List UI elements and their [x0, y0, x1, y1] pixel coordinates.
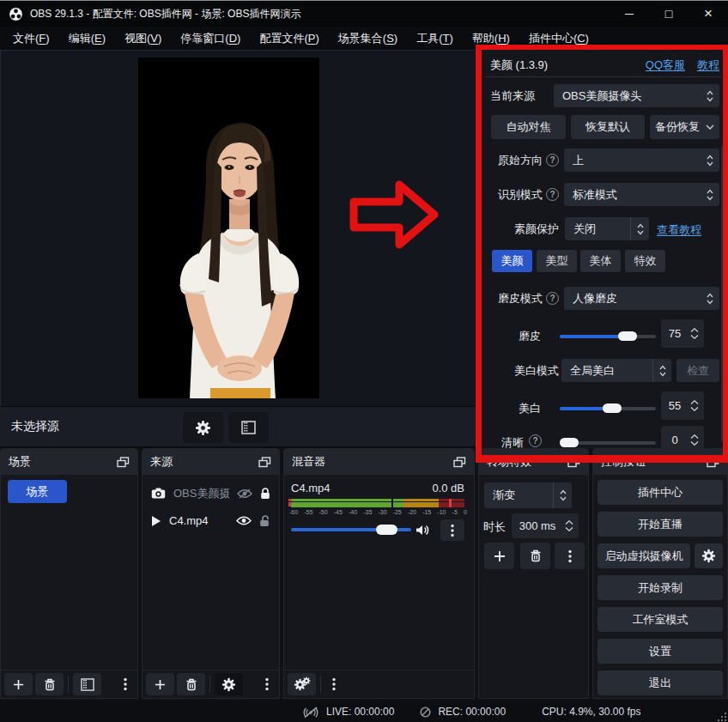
restore-default-button[interactable]: 恢复默认 — [571, 115, 645, 139]
popout-icon[interactable] — [258, 457, 271, 468]
bare-face-select[interactable]: 关闭 — [565, 217, 649, 240]
video-source-preview[interactable] — [138, 58, 319, 398]
help-icon[interactable]: ? — [529, 434, 542, 447]
menu-docks[interactable]: 停靠窗口(D) — [171, 27, 250, 50]
source-properties-button[interactable] — [215, 673, 243, 695]
preview-canvas — [0, 50, 478, 406]
scene-item[interactable]: 场景 — [8, 480, 67, 503]
qq-support-link[interactable]: QQ客服 — [646, 58, 685, 73]
remove-transition-button[interactable] — [520, 543, 550, 569]
detect-mode-select[interactable]: 标准模式 — [564, 183, 719, 206]
volume-slider[interactable] — [291, 525, 411, 535]
check-button[interactable]: 检查 — [676, 359, 719, 382]
caret-up-icon[interactable] — [690, 328, 699, 332]
transition-select[interactable]: 渐变 — [484, 482, 572, 508]
caret-down-icon[interactable] — [690, 441, 699, 446]
autofocus-button[interactable]: 自动对焦 — [491, 115, 566, 139]
source-row-media[interactable]: C4.mp4 — [143, 509, 279, 532]
caret-up-icon[interactable] — [690, 400, 699, 404]
clarity-slider[interactable] — [560, 438, 656, 447]
menu-profile[interactable]: 配置文件(P) — [250, 27, 328, 50]
source-filters-button[interactable] — [228, 412, 269, 443]
whiten-value-stepper[interactable]: 55 — [661, 391, 704, 420]
caret-up-icon[interactable] — [565, 520, 573, 525]
tab-reshape[interactable]: 美型 — [537, 250, 577, 272]
chevron-updown-icon — [701, 189, 719, 201]
orientation-select[interactable]: 上 — [564, 149, 719, 172]
whiten-mode-select[interactable]: 全局美白 — [561, 359, 671, 382]
plugin-center-button[interactable]: 插件中心 — [598, 480, 723, 505]
popout-icon[interactable] — [453, 457, 466, 468]
speaker-icon[interactable] — [416, 525, 430, 536]
slider-handle[interactable] — [560, 438, 579, 447]
menu-help[interactable]: 帮助(H) — [463, 27, 519, 50]
scene-filters-button[interactable] — [73, 673, 101, 695]
duration-label: 时长 — [483, 519, 506, 535]
smooth-slider[interactable] — [560, 331, 656, 341]
view-tutorial-link[interactable]: 查看教程 — [657, 222, 701, 238]
popout-icon[interactable] — [567, 457, 580, 468]
sources-more-button[interactable] — [258, 673, 276, 695]
current-source-select[interactable]: OBS美颜摄像头 — [554, 84, 719, 107]
exit-button[interactable]: 退出 — [598, 670, 723, 695]
lock-open-icon[interactable] — [259, 515, 270, 527]
menu-plugin-center[interactable]: 插件中心(C) — [519, 27, 598, 50]
virtual-camera-settings-button[interactable] — [695, 543, 723, 568]
add-scene-button[interactable] — [4, 673, 33, 695]
help-icon[interactable]: ? — [546, 188, 559, 201]
slider-handle[interactable] — [618, 331, 637, 341]
source-row-beauty-camera[interactable]: OBS美颜摄像头 — [143, 482, 279, 505]
add-transition-button[interactable] — [484, 543, 514, 569]
smooth-value-stepper[interactable]: 75 — [661, 319, 704, 348]
start-streaming-button[interactable]: 开始直播 — [598, 512, 723, 537]
remove-source-button[interactable] — [177, 673, 205, 695]
smooth-mode-select[interactable]: 人像磨皮 — [564, 287, 719, 310]
clarity-value-stepper[interactable]: 0 — [661, 426, 704, 448]
settings-button[interactable]: 设置 — [598, 639, 723, 664]
tab-body[interactable]: 美体 — [580, 250, 621, 272]
mixer-more-button[interactable] — [325, 673, 343, 695]
caret-up-icon[interactable] — [690, 434, 699, 439]
start-recording-button[interactable]: 开始录制 — [598, 575, 723, 600]
menu-edit[interactable]: 编辑(E) — [59, 27, 115, 50]
lock-closed-icon[interactable] — [260, 488, 270, 500]
resize-grip[interactable] — [718, 713, 726, 721]
visibility-off-icon[interactable] — [237, 488, 252, 499]
backup-restore-button[interactable]: 备份恢复 — [650, 115, 719, 139]
minimize-button[interactable]: ─ — [610, 1, 649, 27]
caret-down-icon[interactable] — [690, 335, 699, 339]
tab-beauty[interactable]: 美颜 — [492, 250, 532, 272]
add-source-button[interactable] — [146, 673, 174, 695]
visibility-on-icon[interactable] — [236, 516, 252, 525]
menu-tools[interactable]: 工具(T) — [407, 27, 463, 50]
tab-effects[interactable]: 特效 — [625, 250, 665, 272]
start-virtual-camera-button[interactable]: 启动虚拟摄像机 — [598, 543, 690, 568]
close-button[interactable]: × — [689, 1, 728, 27]
source-properties-button[interactable] — [183, 412, 223, 443]
menu-file[interactable]: 文件(F) — [3, 27, 59, 50]
advanced-audio-button[interactable] — [288, 673, 316, 695]
caret-down-icon[interactable] — [690, 407, 699, 411]
popout-icon[interactable] — [707, 457, 719, 468]
panel-scrollbar[interactable] — [721, 146, 725, 442]
maximize-button[interactable]: □ — [649, 1, 689, 27]
scenes-more-button[interactable] — [117, 673, 134, 695]
transition-more-button[interactable] — [555, 543, 585, 569]
mixer-channel-menu-button[interactable] — [440, 519, 464, 541]
dots-vertical-icon — [568, 549, 572, 563]
slider-handle[interactable] — [603, 403, 622, 413]
popout-icon[interactable] — [117, 457, 130, 468]
caret-down-icon[interactable] — [565, 527, 573, 531]
tutorial-link[interactable]: 教程 — [697, 58, 719, 73]
studio-mode-button[interactable]: 工作室模式 — [598, 607, 723, 632]
transitions-dock-header: 转场特效 — [479, 449, 588, 475]
menu-view[interactable]: 视图(V) — [115, 27, 171, 50]
menu-scene-collection[interactable]: 场景集合(S) — [329, 27, 407, 50]
duration-stepper[interactable]: 300 ms — [512, 513, 579, 538]
remove-scene-button[interactable] — [35, 673, 64, 695]
help-icon[interactable]: ? — [546, 292, 559, 305]
volume-slider-handle[interactable] — [376, 525, 397, 535]
whiten-slider[interactable] — [560, 403, 656, 413]
filter-icon — [241, 421, 256, 434]
help-icon[interactable]: ? — [546, 154, 559, 167]
